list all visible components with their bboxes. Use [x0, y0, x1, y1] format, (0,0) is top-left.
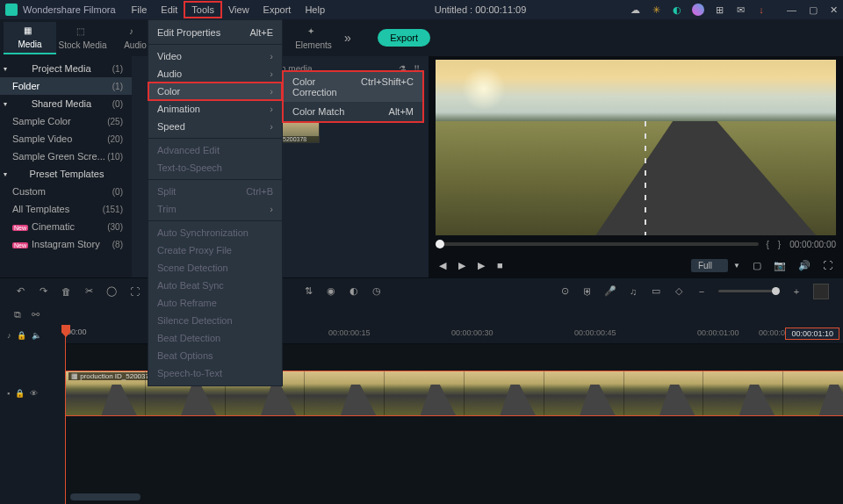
menu-edit[interactable]: Edit [154, 2, 184, 18]
chevron-down-icon[interactable]: ▼ [733, 262, 740, 270]
redo-icon[interactable]: ↷ [37, 285, 49, 298]
fullscreen-icon[interactable]: ⛶ [823, 260, 832, 270]
tab-elements-label: Elements [295, 40, 332, 50]
dropdown-item-advanced-edit: Advanced Edit [148, 141, 282, 159]
ruler-tick: 00:00:01:00 [697, 328, 739, 337]
clip-label: ▦ production ID_5200378 [68, 372, 155, 380]
record-icon[interactable]: ⊙ [558, 285, 571, 298]
sidebar-item-preset-templates[interactable]: Preset Templates [0, 165, 132, 183]
settings-gear-icon[interactable]: ✳ [650, 4, 662, 16]
sidebar-item-folder[interactable]: Folder(1) [0, 77, 132, 95]
audio-track-label[interactable]: ♪ 🔒 🔈 [0, 325, 65, 346]
cut-icon[interactable]: ✂ [83, 285, 95, 298]
sidebar-item-custom[interactable]: Custom(0) [0, 183, 132, 200]
zoom-fit-icon[interactable] [813, 284, 829, 299]
dropdown-item-color[interactable]: Color [148, 83, 282, 100]
sidebar-item-cinematic[interactable]: NewCinematic(30) [0, 218, 132, 235]
sidebar-item-shared-media[interactable]: Shared Media(0) [0, 95, 132, 112]
delete-icon[interactable]: 🗑 [60, 285, 72, 298]
zoom-slider[interactable] [718, 290, 780, 292]
submenu-item-color-correction[interactable]: Color CorrectionCtrl+Shift+C [284, 72, 422, 102]
marker-box-icon[interactable]: ▭ [650, 285, 662, 298]
track-toggle-icon[interactable]: ▪ [7, 389, 10, 398]
preview-canvas[interactable] [436, 60, 836, 235]
video-track-label[interactable]: ▪ 🔒 👁 [0, 369, 65, 418]
tab-elements-partial[interactable]: ✦ Elements [292, 23, 335, 54]
sidebar-item-sample-green-scre-[interactable]: Sample Green Scre...(10) [0, 148, 132, 165]
play-button-icon[interactable]: ▶ [478, 260, 485, 271]
timeline-scrollbar[interactable] [70, 493, 140, 500]
lock-icon[interactable]: 🔒 [15, 389, 25, 398]
visibility-icon[interactable]: 👁 [30, 389, 38, 398]
dropdown-item-animation[interactable]: Animation [148, 100, 282, 118]
ai-tools-icon[interactable]: ⊞ [713, 4, 725, 16]
music-icon[interactable]: ♫ [627, 285, 639, 298]
tabs-more-button[interactable]: » [335, 31, 360, 45]
cloud-icon[interactable]: ☁ [629, 4, 641, 16]
snapshot-icon[interactable]: 📷 [774, 260, 786, 271]
menu-view[interactable]: View [221, 2, 256, 18]
sidebar-item-project-media[interactable]: Project Media(1) [0, 60, 132, 77]
dropdown-item-auto-synchronization: Auto Synchronization [148, 224, 282, 241]
mic-icon[interactable]: 🎤 [604, 285, 616, 298]
tab-media[interactable]: ▦ Media [4, 22, 56, 54]
layers-icon[interactable]: ⧉ [14, 309, 21, 320]
minimize-button[interactable]: — [787, 4, 796, 16]
sidebar-item-instagram-story[interactable]: NewInstagram Story(8) [0, 235, 132, 253]
dropdown-item-speed[interactable]: Speed [148, 118, 282, 135]
sidebar-item-sample-video[interactable]: Sample Video(20) [0, 130, 132, 148]
stock-icon: ⬚ [76, 26, 89, 39]
tools-dropdown: Edit PropertiesAlt+EVideoAudioColorAnima… [148, 19, 283, 386]
stop-button-icon[interactable]: ■ [497, 260, 503, 270]
shield-icon[interactable]: ⛨ [581, 285, 594, 298]
marker-diamond-icon[interactable]: ◇ [673, 285, 685, 298]
zoom-in-icon[interactable]: + [790, 285, 803, 298]
avatar-icon[interactable] [692, 4, 704, 16]
ruler-tick: 00:00:00:45 [574, 328, 616, 337]
playhead-time: 00:00:01:10 [785, 328, 839, 340]
tab-stock-label: Stock Media [58, 40, 106, 50]
menu-file[interactable]: File [125, 2, 155, 18]
play-progress[interactable] [436, 242, 759, 246]
zoom-out-icon[interactable]: − [695, 285, 708, 298]
audio-track-1[interactable]: ♪ 🔒 🔈 [65, 443, 843, 464]
dropdown-item-audio[interactable]: Audio [148, 65, 282, 83]
adjust-icon[interactable]: ⇅ [302, 285, 314, 298]
link-icon[interactable]: ⚯ [32, 309, 40, 320]
tab-stock-media[interactable]: ⬚ Stock Media [56, 23, 109, 54]
menu-tools[interactable]: Tools [184, 2, 221, 18]
headset-icon[interactable]: ◐ [671, 4, 683, 16]
maximize-button[interactable]: ▢ [809, 4, 818, 16]
color-wheel-icon[interactable]: ◐ [348, 285, 360, 298]
audio-icon: ♪ [129, 26, 141, 39]
dropdown-item-video[interactable]: Video [148, 47, 282, 65]
sidebar-item-sample-color[interactable]: Sample Color(25) [0, 112, 132, 130]
menu-export[interactable]: Export [256, 2, 299, 18]
play-backward-icon[interactable]: ▶ [458, 260, 465, 271]
mark-out-icon[interactable]: } [778, 240, 781, 249]
notification-icon[interactable]: ✉ [734, 4, 746, 16]
download-icon[interactable]: ↓ [755, 4, 767, 16]
voice-icon[interactable]: ◉ [325, 285, 337, 298]
mute-icon[interactable]: 🔈 [32, 331, 41, 340]
crop-icon[interactable]: ⛶ [128, 285, 140, 298]
dropdown-item-edit-properties[interactable]: Edit PropertiesAlt+E [148, 24, 282, 41]
timeline-toolbar-2: ⧉ ⚯ [0, 304, 843, 325]
export-button[interactable]: Export [378, 29, 430, 47]
display-icon[interactable]: ▢ [753, 260, 761, 271]
quality-select[interactable]: Full [691, 259, 728, 272]
tag-icon[interactable]: ◯ [105, 285, 118, 298]
sidebar-item-all-templates[interactable]: All Templates(151) [0, 200, 132, 218]
playhead[interactable] [65, 325, 66, 504]
submenu-item-color-match[interactable]: Color MatchAlt+M [284, 102, 422, 121]
undo-icon[interactable]: ↶ [14, 285, 26, 298]
mark-in-icon[interactable]: { [766, 240, 768, 249]
speed-icon[interactable]: ◷ [371, 285, 383, 298]
prev-frame-icon[interactable]: ◀ [439, 260, 446, 271]
dropdown-item-auto-beat-sync: Auto Beat Sync [148, 277, 282, 294]
lock-icon[interactable]: 🔒 [17, 331, 26, 340]
menu-help[interactable]: Help [298, 2, 332, 18]
volume-icon[interactable]: 🔊 [798, 260, 811, 271]
top-nav: ▦ Media ⬚ Stock Media ♪ Audio ✦ Elements… [0, 19, 843, 56]
close-button[interactable]: ✕ [830, 4, 838, 16]
